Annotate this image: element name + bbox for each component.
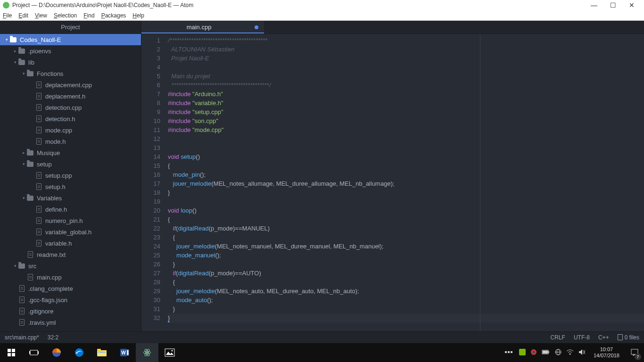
menu-selection[interactable]: Selection — [54, 12, 77, 19]
status-encoding[interactable]: UTF-8 — [574, 334, 590, 341]
folder-src[interactable]: ▾src — [0, 260, 141, 272]
menu-edit[interactable]: Edit — [18, 12, 28, 19]
folder-musique[interactable]: ▸Musique — [0, 147, 141, 158]
svg-text:W: W — [121, 350, 126, 355]
folder-variables[interactable]: ▾Variables — [0, 192, 141, 204]
file-explorer-taskbar-icon[interactable] — [91, 343, 113, 362]
tray-chevron-up-icon[interactable] — [505, 349, 514, 356]
tab-main-cpp[interactable]: main.cpp — [141, 21, 264, 33]
tree-item-label: define.h — [45, 206, 67, 213]
svg-rect-1 — [12, 349, 15, 352]
tree-item-label: .travis.yml — [28, 319, 56, 326]
file-icon — [35, 126, 42, 134]
menu-file[interactable]: File — [3, 12, 12, 19]
svg-rect-0 — [8, 349, 11, 352]
folder--pioenvs[interactable]: ▸.pioenvs — [0, 45, 141, 57]
tree-item-label: numero_pin.h — [45, 217, 83, 224]
file-main-cpp[interactable]: main.cpp — [0, 272, 141, 283]
svg-rect-3 — [12, 353, 15, 356]
window-maximize-button[interactable]: ☐ — [603, 1, 622, 9]
photos-taskbar-icon[interactable] — [158, 343, 181, 362]
folder-setup[interactable]: ▾setup — [0, 158, 141, 170]
folder-icon — [26, 70, 34, 77]
file-define-h[interactable]: define.h — [0, 204, 141, 215]
file-icon — [35, 183, 42, 190]
code-editor[interactable]: 1234567891011121314151617181920212223242… — [141, 34, 644, 331]
chevron-icon: ▾ — [21, 162, 26, 166]
menu-find[interactable]: Find — [83, 12, 94, 19]
status-files[interactable]: 0 files — [618, 334, 639, 341]
file--gcc-flags-json[interactable]: .gcc-flags.json — [0, 294, 141, 305]
tree-item-label: Variables — [37, 195, 62, 202]
system-tray[interactable]: 10:07 14/07/2018 — [502, 346, 625, 359]
network-tray-icon[interactable] — [555, 349, 561, 356]
ccleaner-tray-icon[interactable] — [530, 349, 537, 356]
tree-item-label: setup.h — [45, 183, 66, 190]
file-setup-h[interactable]: setup.h — [0, 181, 141, 192]
svg-rect-25 — [519, 349, 526, 355]
file--clang-complete[interactable]: .clang_complete — [0, 283, 141, 294]
tree-item-label: deplacement.h — [45, 93, 85, 100]
tree-item-label: setup.cpp — [45, 172, 72, 179]
window-close-button[interactable]: ✕ — [622, 1, 641, 9]
line-number-gutter: 1234567891011121314151617181920212223242… — [141, 34, 165, 331]
menu-help[interactable]: Help — [132, 12, 144, 19]
status-line-ending[interactable]: CRLF — [551, 334, 565, 341]
code-lines[interactable]: /***************************************… — [165, 34, 644, 331]
file-deplacement-h[interactable]: deplacement.h — [0, 90, 141, 102]
folder-fonctions[interactable]: ▾Fonctions — [0, 68, 141, 79]
file-icon — [18, 307, 25, 315]
tree-item-label: Codes_Naoll-E — [20, 36, 61, 43]
file-deplacement-cpp[interactable]: deplacement.cpp — [0, 79, 141, 90]
file-readme-txt[interactable]: readme.txt — [0, 249, 141, 260]
file-setup-cpp[interactable]: setup.cpp — [0, 170, 141, 181]
tree-item-label: readme.txt — [37, 251, 66, 258]
file-detection-h[interactable]: detection.h — [0, 113, 141, 124]
task-view-button[interactable] — [23, 343, 45, 362]
firefox-taskbar-icon[interactable] — [45, 343, 68, 362]
folder-codes-naoll-e[interactable]: ▾Codes_Naoll-E — [0, 34, 141, 45]
status-grammar[interactable]: C++ — [598, 334, 609, 341]
folder-icon — [9, 36, 17, 43]
file-icon — [35, 104, 42, 111]
svg-rect-2 — [8, 353, 11, 356]
window-title: Project — D:\Documents\Arduino\Projet Na… — [12, 2, 193, 8]
notification-count-badge: 7 — [635, 354, 641, 360]
svg-rect-14 — [127, 350, 129, 355]
tree-item-label: mode.h — [45, 138, 66, 145]
chevron-icon: ▸ — [12, 49, 18, 53]
edge-taskbar-icon[interactable] — [68, 343, 91, 362]
wifi-tray-icon[interactable] — [566, 349, 574, 356]
file--gitignore[interactable]: .gitignore — [0, 305, 141, 317]
word-taskbar-icon[interactable]: W — [113, 343, 136, 362]
file-mode-h[interactable]: mode.h — [0, 136, 141, 147]
folder-lib[interactable]: ▾lib — [0, 57, 141, 68]
nvidia-tray-icon[interactable] — [519, 349, 526, 356]
file-numero-pin-h[interactable]: numero_pin.h — [0, 215, 141, 226]
svg-rect-30 — [543, 351, 548, 354]
file-variable-h[interactable]: variable.h — [0, 238, 141, 249]
project-tree[interactable]: ▾Codes_Naoll-E▸.pioenvs▾lib▾Fonctionsdep… — [0, 34, 141, 331]
file--travis-yml[interactable]: .travis.yml — [0, 317, 141, 328]
taskbar-clock[interactable]: 10:07 14/07/2018 — [591, 346, 622, 359]
volume-tray-icon[interactable] — [578, 349, 586, 356]
files-icon — [618, 334, 623, 340]
editor-pane: main.cpp 1234567891011121314151617181920… — [141, 21, 644, 331]
menu-view[interactable]: View — [35, 12, 47, 19]
menu-packages[interactable]: Packages — [101, 12, 126, 19]
battery-tray-icon[interactable] — [542, 349, 550, 356]
svg-rect-24 — [511, 351, 512, 353]
chevron-icon: ▾ — [21, 71, 26, 76]
start-button[interactable] — [0, 343, 23, 362]
action-center-button[interactable]: 7 — [625, 343, 644, 362]
file-variable-global-h[interactable]: variable_global.h — [0, 226, 141, 238]
file-detection-cpp[interactable]: detection.cpp — [0, 102, 141, 113]
window-minimize-button[interactable]: — — [585, 1, 603, 9]
status-file-path[interactable]: src\main.cpp* — [5, 334, 39, 341]
file-icon — [35, 172, 42, 179]
file-mode-cpp[interactable]: mode.cpp — [0, 124, 141, 136]
windows-taskbar: W 10:07 14/07/2018 7 — [0, 343, 644, 362]
status-cursor-position[interactable]: 32:2 — [48, 334, 58, 341]
atom-taskbar-icon[interactable] — [136, 343, 158, 362]
file-icon — [18, 296, 25, 304]
